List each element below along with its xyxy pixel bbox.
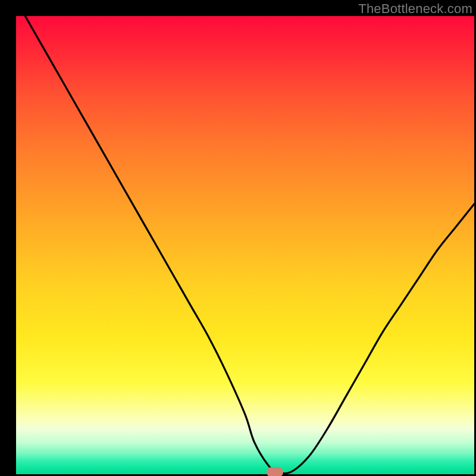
optimum-marker bbox=[267, 467, 283, 476]
chart-frame: TheBottleneck.com bbox=[0, 0, 476, 476]
watermark-text: TheBottleneck.com bbox=[358, 1, 472, 17]
bottleneck-curve bbox=[16, 16, 474, 474]
plot-area bbox=[16, 16, 474, 474]
